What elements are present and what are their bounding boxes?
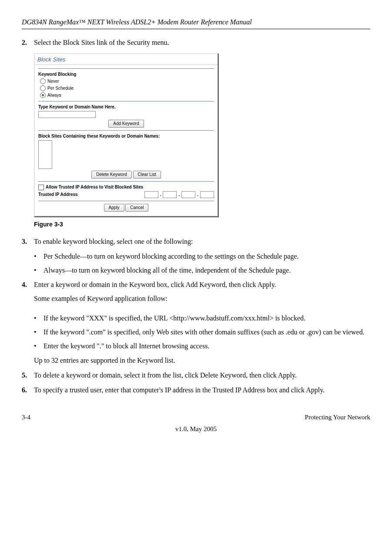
dot: . xyxy=(178,192,180,198)
keyword-blocking-label: Keyword Blocking xyxy=(38,71,214,78)
add-keyword-button[interactable]: Add Keyword xyxy=(108,120,144,128)
bullet-text: If the keyword ".com" is specified, only… xyxy=(44,327,370,337)
bullet-icon: • xyxy=(34,266,44,275)
bullet-text: Enter the keyword "." to block all Inter… xyxy=(44,341,370,351)
bullet-icon: • xyxy=(34,252,44,261)
figure-block-sites: Block Sites Keyword Blocking Never Per S… xyxy=(34,53,370,217)
step-number: 5. xyxy=(22,371,34,380)
ip-octet-4[interactable] xyxy=(200,191,214,198)
step-text: Enter a keyword or domain in the Keyword… xyxy=(34,280,370,290)
bullet-icon: • xyxy=(34,314,44,323)
step-6: 6. To specify a trusted user, enter that… xyxy=(22,385,370,395)
step-text: Select the Block Sites link of the Secur… xyxy=(34,38,370,47)
ip-octet-2[interactable] xyxy=(163,191,177,198)
radio-icon xyxy=(40,78,46,84)
step-5: 5. To delete a keyword or domain, select… xyxy=(22,371,370,380)
step-tail-text: Up to 32 entries are supported in the Ke… xyxy=(34,356,370,365)
page-number: 3-4 xyxy=(22,413,30,422)
dot: . xyxy=(160,192,161,198)
step-number: 4. xyxy=(22,280,34,308)
bullet-com: •If the keyword ".com" is specified, onl… xyxy=(34,327,370,337)
footer-version: v1.0, May 2005 xyxy=(22,425,370,434)
option-label: Always xyxy=(47,92,61,98)
bullet-text: Per Schedule—to turn on keyword blocking… xyxy=(44,252,370,261)
section-title: Protecting Your Network xyxy=(305,413,370,422)
radio-icon xyxy=(40,92,46,98)
bullet-always: •Always—to turn on keyword blocking all … xyxy=(34,266,370,275)
option-label: Per Schedule xyxy=(47,85,74,91)
header-rule xyxy=(22,29,370,29)
step-number: 2. xyxy=(22,38,34,47)
trusted-check-label: Allow Trusted IP Address to Visit Blocke… xyxy=(46,185,143,189)
step-3: 3. To enable keyword blocking, select on… xyxy=(22,237,370,246)
cancel-button[interactable]: Cancel xyxy=(125,204,148,212)
step-number: 3. xyxy=(22,237,34,246)
step-4: 4. Enter a keyword or domain in the Keyw… xyxy=(22,280,370,308)
running-header: DG834N RangeMax™ NEXT Wireless ADSL2+ Mo… xyxy=(22,17,370,27)
option-per-schedule[interactable]: Per Schedule xyxy=(40,85,214,91)
apply-button[interactable]: Apply xyxy=(104,204,124,212)
step-text: To specify a trusted user, enter that co… xyxy=(34,385,370,395)
clear-list-button[interactable]: Clear List xyxy=(133,171,161,179)
step-text: To delete a keyword or domain, select it… xyxy=(34,371,370,380)
bullet-text: If the keyword "XXX" is specified, the U… xyxy=(44,314,370,323)
examples-intro: Some examples of Keyword application fol… xyxy=(34,294,370,304)
checkbox-icon xyxy=(38,185,44,190)
page-footer: 3-4 Protecting Your Network xyxy=(22,413,370,422)
step-4-tail: Up to 32 entries are supported in the Ke… xyxy=(22,356,370,365)
bullet-xxx: •If the keyword "XXX" is specified, the … xyxy=(34,314,370,323)
bullet-per-schedule: •Per Schedule—to turn on keyword blockin… xyxy=(34,252,370,261)
panel-title: Block Sites xyxy=(35,54,218,65)
dot: . xyxy=(197,192,198,198)
bullet-icon: • xyxy=(34,341,44,351)
trusted-check-row[interactable]: Allow Trusted IP Address to Visit Blocke… xyxy=(38,184,214,190)
block-sites-window: Block Sites Keyword Blocking Never Per S… xyxy=(34,53,218,217)
block-list-label: Block Sites Containing these Keywords or… xyxy=(38,133,214,139)
step-number: 6. xyxy=(22,385,34,395)
ip-octet-1[interactable] xyxy=(144,191,158,198)
step-text: To enable keyword blocking, select one o… xyxy=(34,237,370,246)
step-2: 2. Select the Block Sites link of the Se… xyxy=(22,38,370,47)
delete-keyword-button[interactable]: Delete Keyword xyxy=(91,171,132,179)
radio-icon xyxy=(40,85,46,91)
type-keyword-label: Type Keyword or Domain Name Here. xyxy=(38,104,214,110)
option-never[interactable]: Never xyxy=(40,78,214,84)
bullet-dot-keyword: •Enter the keyword "." to block all Inte… xyxy=(34,341,370,351)
option-always[interactable]: Always xyxy=(40,92,214,98)
keyword-input[interactable] xyxy=(38,111,96,118)
keyword-listbox[interactable] xyxy=(38,140,52,169)
figure-caption: Figure 3-3 xyxy=(34,220,370,229)
ip-octet-3[interactable] xyxy=(181,191,195,198)
bullet-icon: • xyxy=(34,327,44,337)
option-label: Never xyxy=(47,78,59,84)
bullet-text: Always—to turn on keyword blocking all o… xyxy=(44,266,370,275)
trusted-ip-label: Trusted IP Address xyxy=(38,192,143,198)
